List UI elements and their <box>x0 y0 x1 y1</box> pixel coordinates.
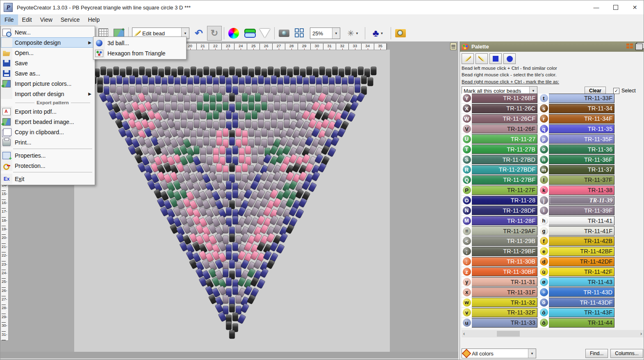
bead-color-bar[interactable]: TR-11-26BF <box>472 94 537 103</box>
palette-row-tr-11-27bf[interactable]: QTR-11-27BF <box>462 175 537 186</box>
palette-row-tr-11-28f[interactable]: MTR-11-28F <box>462 216 537 226</box>
palette-row-tr-11-35[interactable]: qTR-11-35 <box>539 124 614 135</box>
palette-row-tr-11-36[interactable]: oTR-11-36 <box>539 144 614 155</box>
palette-row-tr-11-27b[interactable]: TTR-11-27B <box>462 144 537 155</box>
menu-item-save-as[interactable]: Save as... <box>1 68 95 78</box>
palette-row-tr-11-32f[interactable]: vTR-11-32F <box>462 308 537 318</box>
menu-item-import-picture-colors[interactable]: Import picture colors... <box>1 78 95 89</box>
palette-row-tr-11-41[interactable]: hTR-11-41 <box>539 216 614 226</box>
palette-row-tr-11-39[interactable]: jTR-11-39 <box>539 196 614 206</box>
bead-color-bar[interactable]: TR-11-44 <box>549 318 614 328</box>
pen-tool-button[interactable] <box>476 53 488 64</box>
canvas-side-handle[interactable] <box>450 43 457 50</box>
select-checkbox[interactable]: ✓ <box>613 88 619 94</box>
minimize-button[interactable]: — <box>587 0 606 14</box>
bead-color-bar[interactable]: TR-11-37 <box>549 165 614 174</box>
color-wheel-button[interactable] <box>226 26 241 41</box>
palette-row-tr-11-27f[interactable]: PTR-11-27F <box>462 186 537 196</box>
menu-item-copy-in-clipboard[interactable]: Copy in clipboard... <box>1 127 95 137</box>
bead-color-bar[interactable]: TR-11-39 <box>549 196 614 205</box>
menubar-item-edit[interactable]: Edit <box>18 14 36 25</box>
palette-row-tr-11-43d[interactable]: ÷TR-11-43D <box>539 287 614 298</box>
bead-color-bar[interactable]: TR-11-36 <box>549 144 614 154</box>
columns-button[interactable]: Columns... <box>610 349 643 358</box>
bead-color-bar[interactable]: TR-11-34 <box>549 104 614 113</box>
club-tool-button[interactable]: ♣▼ <box>367 26 389 41</box>
palette-row-tr-11-29bf[interactable]: ;TR-11-29BF <box>462 247 537 257</box>
menu-item-protection[interactable]: Protection... <box>1 161 95 171</box>
scroll-left-arrow[interactable]: ‹ <box>462 331 467 337</box>
menu-item-exit[interactable]: Exit <box>1 174 95 184</box>
zoom-dropdown-arrow[interactable]: ▼ <box>332 28 340 39</box>
palette-row-tr-11-30bf[interactable]: zTR-11-30BF <box>462 267 537 277</box>
redo-button[interactable]: ↻ <box>207 26 222 41</box>
zoom-combo[interactable]: 25% ▼ <box>310 28 340 39</box>
bead-swap-button[interactable] <box>242 26 257 41</box>
round-bead-button[interactable] <box>503 53 516 64</box>
tiles-icon[interactable] <box>626 44 634 49</box>
scroll-right-arrow[interactable]: › <box>639 331 644 337</box>
bead-color-bar[interactable]: TR-11-26F <box>472 124 537 134</box>
bead-color-bar[interactable]: TR-11-28 <box>472 196 537 205</box>
bead-color-bar[interactable]: TR-11-35 <box>549 124 614 134</box>
bead-color-bar[interactable]: TR-11-32F <box>472 308 537 317</box>
palette-row-tr-11-26bf[interactable]: YTR-11-26BF <box>462 94 537 104</box>
brush-tool-button[interactable] <box>462 53 474 64</box>
palette-row-tr-11-26f[interactable]: VTR-11-26F <box>462 124 537 135</box>
submenu-item-hexagon-from-triangle[interactable]: Hexagon from Triangle <box>93 48 186 58</box>
bead-color-bar[interactable]: TR-11-42BF <box>549 247 614 256</box>
bead-color-bar[interactable]: TR-11-27B <box>472 144 537 154</box>
palette-row-tr-11-32[interactable]: wTR-11-32 <box>462 298 537 308</box>
palette-row-tr-11-43[interactable]: øTR-11-43 <box>539 277 614 287</box>
menu-item-open[interactable]: Open... <box>1 48 95 58</box>
palette-row-tr-11-26cf[interactable]: WTR-11-26CF <box>462 114 537 124</box>
bead-color-bar[interactable]: TR-11-42B <box>549 236 614 246</box>
bead-color-bar[interactable]: TR-11-29AF <box>472 226 537 236</box>
palette-row-tr-11-31f[interactable]: xTR-11-31F <box>462 287 537 298</box>
scrollbar-thumb[interactable] <box>497 331 520 337</box>
bead-color-bar[interactable]: TR-11-41F <box>549 226 614 236</box>
palette-row-tr-11-43df[interactable]: öTR-11-43DF <box>539 298 614 308</box>
bead-color-bar[interactable]: TR-11-42F <box>549 267 614 277</box>
bead-color-bar[interactable]: TR-11-30B <box>472 257 537 266</box>
find-button[interactable]: Find... <box>585 349 608 358</box>
palette-row-tr-11-27[interactable]: UTR-11-27 <box>462 134 537 144</box>
bead-color-bar[interactable]: TR-11-39F <box>549 206 614 215</box>
close-button[interactable]: ✕ <box>625 0 644 14</box>
palette-row-tr-11-29b[interactable]: <TR-11-29B <box>462 236 537 247</box>
pan-tool-button[interactable]: ✳▼ <box>343 26 363 41</box>
palette-row-tr-11-42df[interactable]: dTR-11-42DF <box>539 257 614 267</box>
menu-item-composite-design[interactable]: Composite design▶ <box>1 37 95 48</box>
bead-color-bar[interactable]: TR-11-34F <box>549 114 614 124</box>
club-dropdown-arrow[interactable]: ▼ <box>380 32 383 35</box>
menu-item-export-into-pdf[interactable]: Export into pdf... <box>1 106 95 117</box>
maximize-button[interactable] <box>606 0 625 14</box>
bead-color-bar[interactable]: TR-11-27BF <box>472 175 537 185</box>
menubar-item-help[interactable]: Help <box>84 14 104 25</box>
palette-row-tr-11-39f[interactable]: iTR-11-39F <box>539 206 614 216</box>
palette-row-tr-11-29af[interactable]: =TR-11-29AF <box>462 226 537 236</box>
bead-color-bar[interactable]: TR-11-27BD <box>472 155 537 164</box>
bead-color-bar[interactable]: TR-11-41 <box>549 216 614 225</box>
bead-color-bar[interactable]: TR-11-29B <box>472 236 537 246</box>
palette-row-tr-11-41f[interactable]: gTR-11-41F <box>539 226 614 236</box>
menu-item-import-other-design[interactable]: Import other design▶ <box>1 89 95 99</box>
palette-row-tr-11-30b[interactable]: :TR-11-30B <box>462 257 537 267</box>
color-filter-combo[interactable]: All colors ▼ <box>462 349 536 358</box>
bead-color-bar[interactable]: TR-11-28F <box>472 216 537 225</box>
menubar-item-service[interactable]: Service <box>57 14 84 25</box>
bead-color-bar[interactable]: TR-11-27F <box>472 186 537 195</box>
menu-item-export-beaded-image[interactable]: Export beaded image... <box>1 117 95 127</box>
palette-row-tr-11-27bd[interactable]: STR-11-27BD <box>462 155 537 165</box>
bead-color-bar[interactable]: TR-11-31 <box>472 277 537 287</box>
palette-scrollbar[interactable]: ‹ › <box>462 330 644 337</box>
palette-row-tr-11-33f[interactable]: tTR-11-33F <box>539 94 614 104</box>
browse-button[interactable] <box>393 26 408 41</box>
bead-pattern[interactable] <box>74 50 390 352</box>
submenu-item-3d-ball[interactable]: 3d ball... <box>93 38 186 48</box>
bead-color-bar[interactable]: TR-11-30BF <box>472 267 537 277</box>
windows-layout-button[interactable] <box>292 26 307 41</box>
bead-color-bar[interactable]: TR-11-38 <box>549 186 614 195</box>
palette-row-tr-11-38[interactable]: kTR-11-38 <box>539 186 614 196</box>
bead-color-bar[interactable]: TR-11-35F <box>549 134 614 144</box>
